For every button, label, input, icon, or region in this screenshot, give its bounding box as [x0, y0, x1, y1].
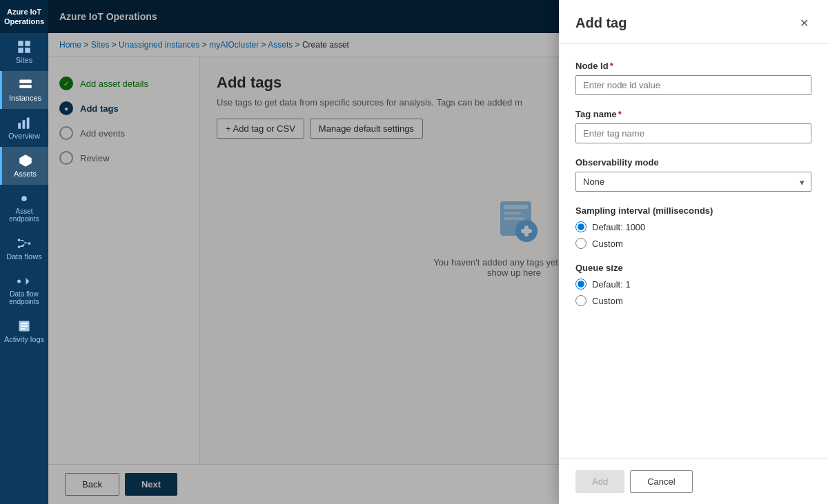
observability-mode-group: Observability mode None Gauge Counter Hi…: [575, 157, 811, 192]
svg-rect-1: [25, 41, 30, 46]
svg-point-12: [18, 239, 21, 241]
svg-point-11: [21, 196, 27, 201]
queue-default-radio[interactable]: [575, 279, 586, 290]
queue-size-radio-group: Default: 1 Custom: [575, 279, 811, 306]
tag-name-label: Tag name*: [575, 109, 811, 119]
app-title: Azure IoT Operations: [0, 0, 48, 33]
svg-rect-9: [23, 120, 26, 129]
main-area: Azure IoT Operations Home > Sites > Unas…: [48, 0, 828, 504]
sidebar-item-sites[interactable]: Sites: [0, 33, 48, 71]
queue-default-option[interactable]: Default: 1: [575, 279, 811, 290]
grid-icon: [17, 40, 31, 54]
tag-name-input[interactable]: [575, 123, 811, 143]
node-id-label: Node Id*: [575, 61, 811, 71]
sidebar-item-instances[interactable]: Instances: [0, 71, 48, 109]
observability-mode-select[interactable]: None Gauge Counter Histogram Log: [575, 172, 811, 192]
sampling-interval-radio-group: Default: 1000 Custom: [575, 221, 811, 249]
svg-point-13: [28, 242, 31, 245]
svg-point-14: [18, 245, 21, 248]
tag-name-group: Tag name*: [575, 109, 811, 143]
svg-point-15: [17, 280, 21, 283]
sidebar-item-asset-endpoints[interactable]: Asset endpoints: [0, 185, 48, 230]
sidebar: Azure IoT Operations Sites Instances Ove…: [0, 0, 48, 504]
svg-rect-10: [27, 118, 30, 129]
add-button[interactable]: Add: [575, 470, 624, 493]
panel-footer: Add Cancel: [559, 458, 828, 504]
sampling-default-radio[interactable]: [575, 221, 586, 232]
sidebar-item-data-flows[interactable]: Data flows: [0, 230, 48, 268]
observability-mode-wrapper: None Gauge Counter Histogram Log ▾: [575, 172, 811, 192]
svg-rect-0: [18, 41, 23, 46]
asset-icon: [19, 154, 32, 168]
cancel-button[interactable]: Cancel: [630, 470, 692, 493]
panel-header: Add tag ✕: [559, 0, 828, 44]
queue-size-label: Queue size: [575, 263, 811, 273]
endpoint-icon: [17, 192, 31, 205]
sampling-default-option[interactable]: Default: 1000: [575, 221, 811, 232]
sidebar-item-activity-logs[interactable]: Activity logs: [0, 312, 48, 350]
node-id-group: Node Id*: [575, 61, 811, 95]
sampling-interval-group: Sampling interval (milliseconds) Default…: [575, 205, 811, 249]
server-icon: [19, 78, 32, 92]
flow-icon: [17, 236, 31, 250]
svg-rect-3: [25, 48, 30, 53]
sampling-interval-label: Sampling interval (milliseconds): [575, 205, 811, 216]
panel-title: Add tag: [575, 15, 627, 31]
node-id-input[interactable]: [575, 75, 811, 95]
sampling-custom-radio[interactable]: [575, 238, 586, 249]
svg-rect-8: [18, 123, 21, 129]
sampling-custom-option[interactable]: Custom: [575, 238, 811, 249]
close-panel-button[interactable]: ✕: [797, 14, 811, 32]
panel-body: Node Id* Tag name* Observability mode No…: [559, 44, 828, 458]
queue-custom-option[interactable]: Custom: [575, 295, 811, 306]
svg-rect-2: [18, 48, 23, 53]
svg-point-7: [29, 85, 31, 88]
sidebar-item-assets[interactable]: Assets: [0, 147, 48, 185]
queue-size-group: Queue size Default: 1 Custom: [575, 263, 811, 306]
add-tag-panel: Add tag ✕ Node Id* Tag name* Observabili…: [559, 0, 828, 504]
sidebar-item-overview[interactable]: Overview: [0, 109, 48, 147]
svg-point-6: [29, 81, 31, 83]
queue-custom-radio[interactable]: [575, 295, 586, 306]
flow-endpoint-icon: [17, 274, 31, 288]
log-icon: [17, 319, 31, 333]
observability-mode-label: Observability mode: [575, 157, 811, 168]
chart-icon: [17, 116, 31, 130]
sidebar-item-data-flow-endpoints[interactable]: Data flow endpoints: [0, 268, 48, 312]
